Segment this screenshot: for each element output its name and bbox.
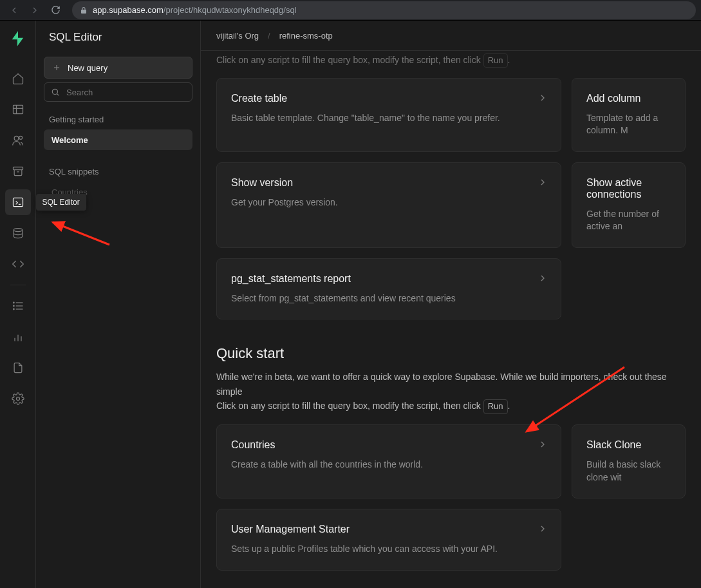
rail-storage[interactable] [5,158,31,184]
chevron-right-icon [537,93,548,103]
database-icon [12,227,24,240]
rail-table-editor[interactable] [5,97,31,122]
card-desc: Basic table template. Change "table_name… [231,112,547,125]
run-chip: Run [483,53,508,68]
chevron-right-icon [537,177,548,187]
chevron-right-icon [537,273,548,283]
content: Click on any script to fill the query bo… [201,51,701,588]
svg-point-9 [14,229,22,232]
supabase-logo[interactable] [9,30,27,48]
browser-bar: app.supabase.com/project/hkqudwtaxonykhd… [0,0,701,21]
getting-started-label: Getting started [44,115,192,124]
new-query-label: New query [68,63,107,73]
card-desc: Template to add a column. M [586,112,671,137]
run-chip: Run [483,399,508,414]
chevron-right-icon [537,439,548,450]
gear-icon [12,392,24,405]
svg-rect-5 [13,167,23,169]
intro-text: Click on any script to fill the query bo… [216,51,686,68]
rail-home[interactable] [5,66,31,91]
sql-snippets-label: SQL snippets [44,167,192,176]
table-icon [12,103,24,116]
rail-api-docs[interactable] [5,355,31,381]
sidebar-item-welcome[interactable]: Welcome [44,129,192,150]
card-countries[interactable]: Countries Create a table with all the co… [216,424,561,498]
rail-auth[interactable] [5,128,31,153]
card-slack-clone[interactable]: Slack Clone Build a basic slack clone wi… [572,424,686,498]
search-input[interactable] [66,88,185,97]
bar-chart-icon [12,330,24,343]
users-icon [12,134,24,147]
breadcrumb-org[interactable]: vijitail's Org [216,31,259,41]
card-user-mgmt[interactable]: User Management Starter Sets up a public… [216,509,561,571]
breadcrumb-project[interactable]: refine-sms-otp [279,31,333,41]
rail-database[interactable] [5,220,31,246]
card-title: Add column [586,93,671,104]
browser-reload-button[interactable] [46,1,64,19]
browser-forward-button[interactable] [26,1,44,19]
url-text: app.supabase.com/project/hkqudwtaxonykhd… [93,5,297,15]
browser-back-button[interactable] [5,1,23,19]
rail-settings[interactable] [5,386,31,412]
card-pg-stat[interactable]: pg_stat_statements report Select from pg… [216,258,561,320]
svg-point-22 [52,89,57,94]
card-show-version[interactable]: Show version Get your Postgres version. [216,162,561,248]
rail-edge-functions[interactable] [5,251,31,277]
search-icon [51,88,60,97]
card-title: pg_stat_statements report [231,273,547,285]
panel-title: SQL Editor [44,31,192,57]
lock-icon [80,6,88,14]
quickstart-intro: While we're in beta, we want to offer a … [216,370,686,414]
svg-point-13 [13,302,14,303]
svg-rect-7 [13,198,23,206]
card-title: Create table [231,93,547,104]
card-desc: Get your Postgres version. [231,196,547,209]
svg-line-23 [57,94,59,96]
card-desc: Create a table with all the countries in… [231,459,547,471]
card-show-connections[interactable]: Show active connections Get the number o… [572,162,686,248]
svg-point-14 [13,305,14,307]
breadcrumb: vijitail's Org / refine-sms-otp [201,21,701,51]
card-desc: Select from pg_stat_statements and view … [231,292,547,305]
file-icon [12,361,24,374]
card-title: Show version [231,177,547,189]
list-icon [12,299,24,312]
card-title: Show active connections [586,177,671,200]
svg-point-19 [16,397,19,401]
card-create-table[interactable]: Create table Basic table template. Chang… [216,78,561,152]
new-query-button[interactable]: New query [44,57,192,79]
card-title: Countries [231,439,547,451]
rail-sql-editor[interactable]: SQL Editor [5,189,31,215]
card-desc: Get the number of active an [586,208,671,233]
archive-icon [12,165,24,178]
card-add-column[interactable]: Add column Template to add a column. M [572,78,686,152]
svg-point-3 [14,136,19,140]
main: vijitail's Org / refine-sms-otp Click on… [201,21,701,588]
card-desc: Sets up a public Profiles table which yo… [231,543,547,556]
icon-rail: SQL Editor [0,21,36,588]
plus-icon [52,63,61,72]
sql-editor-tooltip: SQL Editor [36,194,86,211]
rail-divider [10,285,26,285]
card-desc: Build a basic slack clone wit [586,459,671,484]
app-root: SQL Editor SQL Editor New query [0,21,701,588]
side-panel: SQL Editor New query Getting started Wel… [36,21,201,588]
svg-point-4 [19,136,22,139]
rail-logs[interactable] [5,293,31,319]
rail-reports[interactable] [5,324,31,350]
card-title: Slack Clone [586,439,671,451]
card-title: User Management Starter [231,524,547,535]
code-icon [12,258,24,270]
svg-rect-0 [13,105,23,113]
browser-url-bar[interactable]: app.supabase.com/project/hkqudwtaxonykhd… [72,1,696,19]
svg-point-15 [13,308,14,310]
terminal-icon [12,196,24,209]
quickstart-title: Quick start [216,345,686,362]
breadcrumb-sep: / [268,31,270,41]
chevron-right-icon [537,524,548,534]
search-input-wrap[interactable] [44,82,192,102]
